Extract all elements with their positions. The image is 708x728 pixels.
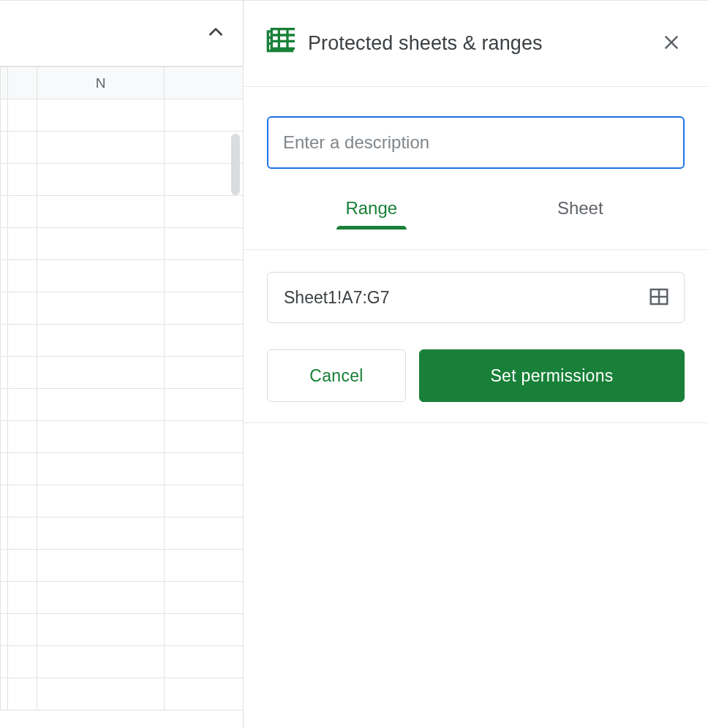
select-data-range-button[interactable] bbox=[647, 286, 671, 309]
spreadsheet-grid-area: N bbox=[0, 0, 243, 728]
column-header[interactable] bbox=[1, 67, 8, 99]
table-row[interactable] bbox=[1, 582, 244, 614]
table-row[interactable] bbox=[1, 357, 244, 389]
close-icon bbox=[662, 33, 681, 54]
grid-icon bbox=[648, 286, 670, 310]
chevron-up-icon[interactable] bbox=[206, 23, 225, 45]
scrollbar-thumb[interactable] bbox=[231, 134, 240, 195]
range-field bbox=[267, 272, 685, 323]
formula-bar-collapse-row bbox=[0, 1, 243, 67]
svg-rect-5 bbox=[271, 29, 295, 48]
panel-header: Protected sheets & ranges bbox=[244, 1, 708, 87]
table-row[interactable] bbox=[1, 614, 244, 646]
table-row[interactable] bbox=[1, 389, 244, 421]
panel-description-section: Range Sheet bbox=[244, 87, 708, 250]
description-input[interactable] bbox=[267, 116, 685, 169]
tab-range[interactable]: Range bbox=[267, 189, 476, 229]
column-header-row: N bbox=[1, 67, 244, 99]
table-row[interactable] bbox=[1, 485, 244, 517]
range-sheet-tabs: Range Sheet bbox=[267, 189, 685, 229]
table-row[interactable] bbox=[1, 292, 244, 325]
spreadsheet-grid[interactable]: N bbox=[0, 67, 243, 710]
sheets-icon bbox=[266, 28, 295, 60]
column-header[interactable] bbox=[8, 67, 37, 99]
table-row[interactable] bbox=[1, 260, 244, 292]
set-permissions-button[interactable]: Set permissions bbox=[419, 349, 685, 402]
table-row[interactable] bbox=[1, 550, 244, 582]
table-row[interactable] bbox=[1, 678, 244, 710]
table-row[interactable] bbox=[1, 421, 244, 453]
column-header-n[interactable]: N bbox=[37, 67, 165, 99]
table-row[interactable] bbox=[1, 228, 244, 260]
table-row[interactable] bbox=[1, 646, 244, 678]
panel-title: Protected sheets & ranges bbox=[308, 32, 644, 55]
table-row[interactable] bbox=[1, 517, 244, 550]
panel-range-section: Cancel Set permissions bbox=[244, 250, 708, 423]
table-row[interactable] bbox=[1, 196, 244, 228]
range-input[interactable] bbox=[282, 287, 647, 308]
table-row[interactable] bbox=[1, 325, 244, 357]
close-button[interactable] bbox=[657, 29, 686, 58]
column-header[interactable] bbox=[165, 67, 244, 99]
table-row[interactable] bbox=[1, 453, 244, 485]
protected-ranges-panel: Protected sheets & ranges Range Sheet bbox=[243, 0, 708, 728]
table-row[interactable] bbox=[1, 99, 244, 132]
table-row[interactable] bbox=[1, 132, 244, 164]
vertical-scrollbar[interactable] bbox=[231, 134, 241, 704]
cancel-button[interactable]: Cancel bbox=[267, 349, 406, 402]
panel-buttons: Cancel Set permissions bbox=[267, 349, 685, 402]
tab-sheet[interactable]: Sheet bbox=[476, 189, 685, 229]
table-row[interactable] bbox=[1, 164, 244, 196]
